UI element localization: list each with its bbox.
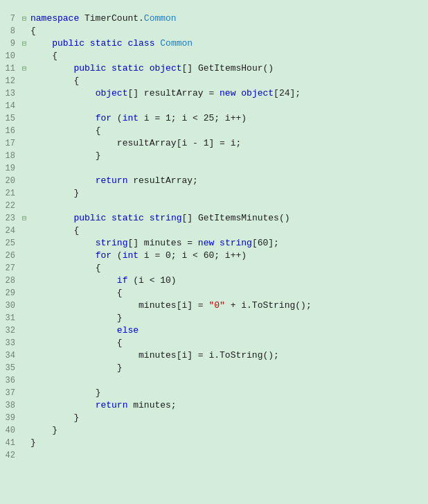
token-class-name: Common: [144, 13, 177, 24]
collapse-marker: [19, 262, 29, 275]
code-editor: 7⊟namespace TimerCount.Common8 {9⊟ publi…: [0, 0, 428, 462]
token-punct: {: [52, 51, 57, 61]
token-plain: TimerCount.: [79, 13, 144, 24]
collapse-marker: [19, 412, 29, 424]
token-kw: public: [73, 213, 106, 223]
token-kw: class: [127, 38, 154, 49]
token-kw: if: [117, 275, 128, 286]
code-content: }: [29, 362, 428, 374]
code-line: 18 }: [0, 150, 428, 162]
line-number: 41: [0, 437, 19, 449]
token-kw: static: [90, 38, 123, 49]
token-plain: (i < 10): [127, 275, 176, 286]
token-plain: minutes[i] =: [139, 300, 208, 311]
code-content: if (i < 10): [29, 275, 428, 287]
code-content: namespace TimerCount.Common: [29, 12, 428, 25]
collapse-marker[interactable]: ⊟: [19, 37, 29, 50]
line-number: 13: [0, 87, 19, 100]
collapse-marker: [19, 100, 29, 112]
collapse-marker: [19, 25, 29, 37]
code-line: 40 }: [0, 424, 428, 437]
code-line: 21 }: [0, 187, 428, 200]
code-content: {: [29, 262, 428, 275]
token-kw: else: [117, 325, 139, 336]
code-line: 33 {: [0, 337, 428, 349]
code-line: 24 {: [0, 225, 428, 237]
collapse-marker[interactable]: ⊟: [19, 12, 29, 25]
code-line: 38 return minutes;: [0, 399, 428, 412]
collapse-marker: [19, 275, 29, 287]
collapse-marker: [19, 162, 29, 175]
token-punct: {: [96, 263, 101, 273]
token-plain: [] GetItemsMinutes(): [181, 213, 289, 223]
collapse-marker: [19, 150, 29, 162]
code-content: {: [29, 75, 428, 87]
code-line: 13 object[] resultArray = new object[24]…: [0, 87, 428, 100]
token-plain: [106, 63, 112, 73]
code-line: 16 {: [0, 125, 428, 137]
code-content: }: [29, 412, 428, 424]
line-number: 32: [0, 324, 19, 337]
token-kw: namespace: [30, 13, 79, 24]
code-line: 42: [0, 449, 428, 462]
line-number: 26: [0, 250, 19, 262]
code-content: {: [29, 25, 428, 37]
token-punct: {: [30, 26, 36, 36]
code-content: resultArray[i - 1] = i;: [29, 137, 428, 150]
token-plain: minutes[i] = i.ToString();: [139, 350, 279, 360]
collapse-marker: [19, 137, 29, 150]
token-plain: [] minutes =: [127, 238, 197, 248]
code-content: }: [29, 150, 428, 162]
code-content: public static string[] GetItemsMinutes(): [29, 212, 428, 225]
line-number: 18: [0, 150, 19, 162]
collapse-marker[interactable]: ⊟: [19, 62, 29, 75]
collapse-marker[interactable]: ⊟: [19, 212, 29, 225]
collapse-marker: [19, 362, 29, 374]
line-number: 16: [0, 125, 19, 137]
token-kw: string: [96, 238, 128, 248]
line-number: 12: [0, 75, 19, 87]
code-line: 17 resultArray[i - 1] = i;: [0, 137, 428, 150]
code-line: 14: [0, 100, 428, 112]
token-punct: {: [117, 338, 123, 348]
code-content: string[] minutes = new string[60];: [29, 237, 428, 250]
collapse-marker: [19, 337, 29, 349]
code-content: else: [29, 324, 428, 337]
token-plain: [] resultArray =: [127, 88, 220, 98]
line-number: 11: [0, 62, 19, 75]
collapse-marker: [19, 250, 29, 262]
token-punct: }: [117, 313, 123, 323]
code-content: {: [29, 125, 428, 137]
token-plain: [144, 63, 150, 73]
code-content: for (int i = 0; i < 60; i++): [29, 250, 428, 262]
collapse-marker: [19, 399, 29, 412]
code-content: public static class Common: [29, 37, 428, 50]
token-punct: }: [96, 150, 101, 161]
code-line: 15 for (int i = 1; i < 25; i++): [0, 112, 428, 125]
token-kw: return: [96, 175, 128, 186]
token-punct: }: [52, 425, 57, 435]
line-number: 27: [0, 262, 19, 275]
collapse-marker: [19, 50, 29, 62]
token-kw: return: [96, 400, 128, 410]
token-class-name: Common: [160, 38, 193, 49]
collapse-marker: [19, 324, 29, 337]
collapse-marker: [19, 312, 29, 324]
code-line: 10 {: [0, 50, 428, 62]
collapse-marker: [19, 237, 29, 250]
token-kw: object: [96, 88, 128, 98]
collapse-marker: [19, 125, 29, 137]
line-number: 24: [0, 225, 19, 237]
code-content: }: [29, 312, 428, 324]
collapse-marker: [19, 175, 29, 187]
token-plain: [60];: [252, 238, 279, 248]
code-content: {: [29, 337, 428, 349]
code-content: object[] resultArray = new object[24];: [29, 87, 428, 100]
code-line: 19: [0, 162, 428, 175]
line-number: 37: [0, 387, 19, 399]
token-punct: {: [117, 288, 123, 298]
collapse-marker: [19, 187, 29, 200]
line-number: 10: [0, 50, 19, 62]
token-string: "0": [208, 300, 224, 311]
collapse-marker: [19, 449, 29, 462]
